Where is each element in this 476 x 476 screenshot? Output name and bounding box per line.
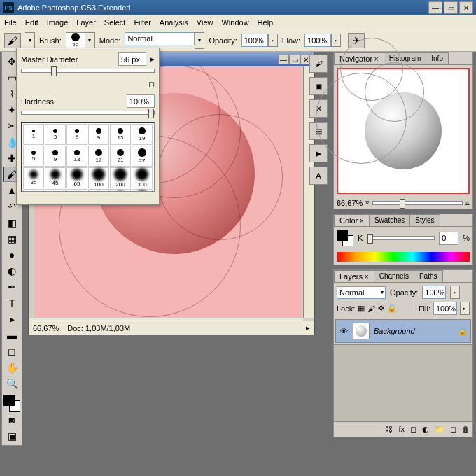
layer-thumbnail[interactable] <box>353 323 370 340</box>
path-tool[interactable]: ▸ <box>4 312 20 327</box>
tab-channels[interactable]: Channels <box>374 270 414 282</box>
tab-swatches[interactable]: Swatches <box>369 214 410 226</box>
brush-preset[interactable]: 19 <box>66 189 88 192</box>
hardness-slider[interactable] <box>21 111 155 115</box>
k-slider[interactable] <box>367 236 435 240</box>
opacity-arrow[interactable]: ▸ <box>268 34 278 47</box>
menu-layer[interactable]: Layer <box>76 18 96 27</box>
tab-paths[interactable]: Paths <box>414 270 443 282</box>
hardness-input[interactable]: 100% <box>127 94 155 108</box>
blend-mode-select[interactable]: Normal <box>337 286 386 299</box>
gradient-tool[interactable]: ▦ <box>4 231 20 246</box>
nav-zoom-slider[interactable] <box>372 201 463 205</box>
color-wells-panel[interactable] <box>337 230 354 246</box>
menu-filter[interactable]: Filter <box>134 18 150 27</box>
menu-select[interactable]: Select <box>104 18 126 27</box>
zoom-tool[interactable]: 🔍 <box>4 376 20 391</box>
brush-preset[interactable]: 65 <box>132 189 153 192</box>
menu-window[interactable]: Window <box>221 18 248 27</box>
layer-opacity-input[interactable]: 100% <box>422 286 446 299</box>
zoom-in-icon[interactable]: ▵ <box>465 198 470 207</box>
layer-name[interactable]: Background <box>374 327 415 335</box>
menu-help[interactable]: Help <box>258 18 274 27</box>
brush-preset[interactable]: 1 <box>23 124 44 145</box>
dodge-tool[interactable]: ◐ <box>4 263 20 279</box>
brush-preset[interactable]: 9 <box>23 189 44 192</box>
brush-preset[interactable]: 45 <box>45 167 66 188</box>
brush-preset[interactable]: 21 <box>110 146 131 167</box>
lock-paint-icon[interactable]: 🖌 <box>368 304 375 313</box>
adj-icon[interactable]: ◐ <box>422 425 429 434</box>
quickmask-toggle[interactable]: ◙ <box>4 412 20 428</box>
color-wells[interactable] <box>4 395 20 412</box>
type-tool[interactable]: T <box>4 295 20 311</box>
brush-preset[interactable]: 200 <box>110 167 131 188</box>
blur-tool[interactable]: ● <box>4 247 20 262</box>
notes-tool[interactable]: ◻ <box>4 344 20 359</box>
dock-brushes-icon[interactable]: 🖌 <box>309 55 328 73</box>
trash-icon[interactable]: 🗑 <box>462 425 470 434</box>
new-preset-icon[interactable]: ◻ <box>148 80 155 88</box>
popup-flyout-icon[interactable]: ▸ <box>150 55 155 64</box>
opacity-input[interactable]: 100% <box>241 34 268 47</box>
mask-icon[interactable]: ◻ <box>410 425 416 434</box>
brush-preset[interactable]: 27 <box>132 146 153 167</box>
brush-preset[interactable]: 5 <box>23 146 44 167</box>
brush-preset[interactable]: 19 <box>132 124 153 145</box>
flow-arrow[interactable]: ▸ <box>331 34 341 47</box>
mode-dropdown[interactable]: ▾ <box>195 32 204 49</box>
lock-trans-icon[interactable]: ▦ <box>358 304 365 313</box>
brush-preset[interactable]: 100 <box>88 167 109 188</box>
menu-analysis[interactable]: Analysis <box>160 18 188 27</box>
mode-select[interactable]: Normal <box>125 32 195 46</box>
folder-icon[interactable]: 📁 <box>435 425 444 434</box>
lock-all-icon[interactable]: 🔒 <box>387 304 397 313</box>
navigator-thumbnail[interactable] <box>337 68 470 194</box>
tab-info[interactable]: Info <box>426 52 449 64</box>
status-arrow[interactable]: ▸ <box>306 323 310 332</box>
tab-color[interactable]: Color × <box>334 214 370 226</box>
brush-preset[interactable]: 45 <box>110 189 131 192</box>
dock-actions-icon[interactable]: ▶ <box>309 144 328 162</box>
brush-preview[interactable]: 56 <box>66 32 85 49</box>
foreground-color[interactable] <box>4 395 15 406</box>
menu-edit[interactable]: Edit <box>25 18 38 27</box>
fx-icon[interactable]: fx <box>398 425 405 434</box>
brush-preset[interactable]: 5 <box>66 124 88 145</box>
minimize-button[interactable]: — <box>428 1 442 14</box>
nav-zoom-value[interactable]: 66,67% <box>337 199 363 207</box>
menu-view[interactable]: View <box>197 18 214 27</box>
brush-preset[interactable]: 65 <box>66 167 88 188</box>
new-layer-icon[interactable]: ◻ <box>450 425 456 434</box>
shape-tool[interactable]: ▬ <box>4 328 20 343</box>
layer-opacity-arrow[interactable]: ▸ <box>450 286 460 299</box>
diameter-slider[interactable] <box>21 69 155 73</box>
close-button[interactable]: ✕ <box>459 1 473 14</box>
tab-styles[interactable]: Styles <box>410 214 440 226</box>
brush-dropdown[interactable]: ▾ <box>85 32 95 49</box>
brush-preset[interactable]: 9 <box>88 124 109 145</box>
brush-preset[interactable]: 13 <box>66 146 88 167</box>
fill-arrow[interactable]: ▸ <box>460 302 470 315</box>
zoom-out-icon[interactable]: ▿ <box>365 198 370 207</box>
tab-layers[interactable]: Layers × <box>334 270 374 282</box>
brush-preset[interactable]: 17 <box>88 189 109 192</box>
brush-preset[interactable]: 13 <box>45 189 66 192</box>
lock-move-icon[interactable]: ✥ <box>378 304 384 313</box>
brush-preset[interactable]: 9 <box>45 146 66 167</box>
fill-input[interactable]: 100% <box>433 302 457 315</box>
diameter-input[interactable]: 56 px <box>118 52 146 66</box>
brush-tool-icon[interactable]: 🖌 <box>4 33 21 48</box>
hand-tool[interactable]: ✋ <box>4 360 20 375</box>
eraser-tool[interactable]: ◧ <box>4 215 20 230</box>
brush-preset[interactable]: 35 <box>23 167 44 188</box>
visibility-icon[interactable]: 👁 <box>339 326 349 336</box>
brush-preset[interactable]: 13 <box>110 124 131 145</box>
link-icon[interactable]: ⛓ <box>385 425 393 434</box>
tool-preset-dropdown[interactable]: ▾ <box>25 32 35 49</box>
zoom-status[interactable]: 66,67% <box>33 324 59 332</box>
brush-preset[interactable]: 17 <box>88 146 109 167</box>
doc-maximize[interactable]: ▭ <box>289 55 300 64</box>
layer-row[interactable]: 👁 Background 🔒 <box>335 319 471 343</box>
flow-input[interactable]: 100% <box>304 34 331 47</box>
